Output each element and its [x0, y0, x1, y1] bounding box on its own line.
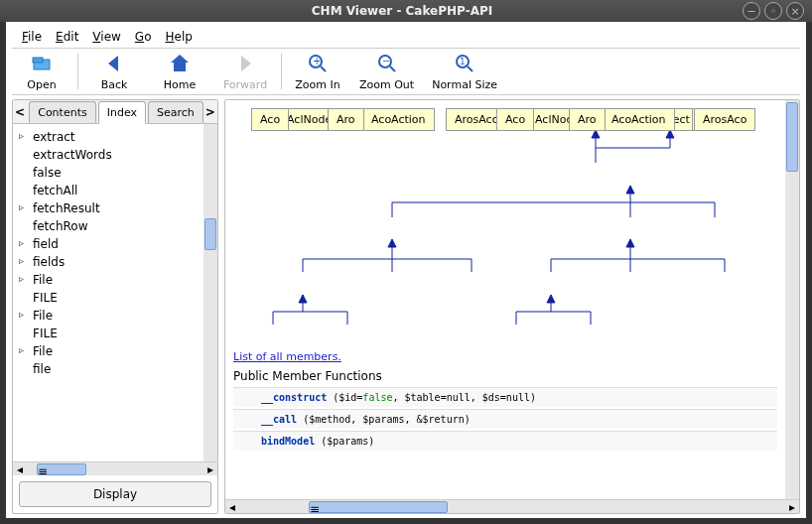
- index-item[interactable]: fetchResult: [15, 199, 215, 217]
- svg-marker-27: [388, 239, 396, 247]
- zoom-in-button[interactable]: + Zoom In: [294, 52, 341, 91]
- menubar: File Edit View Go Help: [12, 26, 800, 48]
- zoom-out-icon: −: [375, 52, 399, 78]
- index-item[interactable]: extractWords: [15, 146, 215, 164]
- index-item[interactable]: field: [15, 235, 215, 253]
- index-item[interactable]: extract: [15, 128, 215, 146]
- menu-view[interactable]: View: [86, 28, 126, 46]
- list-members-link[interactable]: List of all members.: [233, 350, 341, 363]
- index-item[interactable]: fetchRow: [15, 217, 215, 235]
- toolbar: Open Back Home Forward + Zoom In − Zoom …: [12, 48, 800, 95]
- zoom-in-icon: +: [306, 52, 330, 78]
- svg-marker-15: [666, 130, 674, 138]
- viewer-hscroll-thumb[interactable]: ≡: [309, 501, 448, 513]
- class-diagram: Object Object Model AppModel AppModel Ca…: [233, 108, 785, 346]
- viewer-vscroll-thumb[interactable]: [786, 102, 798, 172]
- close-button[interactable]: ×: [786, 2, 804, 20]
- svg-line-9: [468, 66, 473, 71]
- window-title: CHM Viewer - CakePHP-API: [62, 4, 743, 18]
- index-tree[interactable]: extractextractWordsfalsefetchAllfetchRes…: [13, 124, 217, 461]
- diagram-node[interactable]: AcoAction: [362, 108, 435, 131]
- app-content: File Edit View Go Help Open Back Home Fo…: [0, 22, 812, 524]
- svg-rect-1: [33, 58, 43, 63]
- function-row[interactable]: __call ($method, $params, &$return): [233, 409, 777, 429]
- index-item[interactable]: false: [15, 164, 215, 182]
- normal-size-button[interactable]: 1 Normal Size: [432, 52, 497, 91]
- minimize-button[interactable]: −: [743, 2, 760, 20]
- section-title: Public Member Functions: [233, 369, 777, 383]
- viewer-pane: Object Object Model AppModel AppModel Ca…: [224, 99, 800, 514]
- tab-index[interactable]: Index: [98, 101, 146, 124]
- viewer-vscroll[interactable]: [785, 100, 799, 499]
- sidebar-vscroll-thumb[interactable]: [204, 218, 216, 250]
- svg-line-3: [321, 66, 326, 71]
- diagram-node[interactable]: AcoAction: [603, 108, 675, 131]
- index-item[interactable]: fields: [15, 253, 215, 271]
- forward-icon: [233, 52, 257, 78]
- open-button[interactable]: Open: [18, 52, 66, 91]
- titlebar: CHM Viewer - CakePHP-API − ◦ ×: [0, 0, 812, 22]
- index-item[interactable]: File: [15, 271, 215, 289]
- menu-help[interactable]: Help: [159, 28, 198, 46]
- sidebar-tabs: < Contents Index Search >: [13, 100, 217, 124]
- index-item[interactable]: FILE: [15, 325, 215, 342]
- menu-file[interactable]: File: [16, 28, 48, 46]
- sidebar-hscroll-thumb[interactable]: ≡: [37, 463, 86, 475]
- display-button[interactable]: Display: [19, 481, 211, 507]
- sidebar: < Contents Index Search > extractextract…: [12, 99, 218, 514]
- index-item[interactable]: fetchAll: [15, 182, 215, 199]
- tab-search[interactable]: Search: [148, 101, 203, 123]
- forward-button: Forward: [221, 52, 269, 91]
- tabs-scroll-left[interactable]: <: [13, 105, 27, 119]
- index-item[interactable]: file: [15, 360, 215, 378]
- home-icon: [168, 52, 192, 78]
- normal-size-icon: 1: [453, 52, 476, 78]
- index-item[interactable]: File: [15, 307, 215, 325]
- home-button[interactable]: Home: [156, 52, 203, 91]
- svg-text:1: 1: [460, 57, 466, 66]
- svg-marker-43: [547, 295, 555, 303]
- function-row[interactable]: __construct ($id=false, $table=null, $ds…: [233, 387, 777, 407]
- index-item[interactable]: FILE: [15, 289, 215, 307]
- sidebar-hscroll[interactable]: ◂≡▸: [13, 461, 217, 475]
- index-item[interactable]: File: [15, 342, 215, 360]
- maximize-button[interactable]: ◦: [764, 2, 782, 20]
- tabs-scroll-right[interactable]: >: [203, 105, 217, 119]
- svg-marker-33: [626, 239, 634, 247]
- svg-text:+: +: [313, 56, 321, 66]
- menu-go[interactable]: Go: [129, 28, 158, 46]
- zoom-out-button[interactable]: − Zoom Out: [359, 52, 414, 91]
- back-icon: [102, 52, 126, 78]
- menu-edit[interactable]: Edit: [50, 28, 84, 46]
- tab-contents[interactable]: Contents: [29, 101, 95, 123]
- back-button[interactable]: Back: [90, 52, 138, 91]
- sidebar-vscroll[interactable]: [203, 124, 217, 461]
- viewer-hscroll[interactable]: ◂≡▸: [225, 499, 799, 513]
- open-icon: [30, 52, 54, 78]
- diagram-node[interactable]: Aro: [569, 108, 606, 131]
- diagram-node[interactable]: Aco: [496, 108, 534, 131]
- diagram-node[interactable]: Aco: [251, 108, 289, 131]
- svg-marker-38: [299, 295, 307, 303]
- diagram-node[interactable]: ArosAco: [694, 108, 755, 131]
- svg-line-6: [390, 66, 395, 71]
- svg-marker-21: [626, 186, 634, 194]
- diagram-node[interactable]: Aro: [328, 108, 364, 131]
- svg-marker-14: [592, 130, 600, 138]
- svg-text:−: −: [382, 56, 390, 66]
- function-row[interactable]: bindModel ($params): [233, 431, 777, 451]
